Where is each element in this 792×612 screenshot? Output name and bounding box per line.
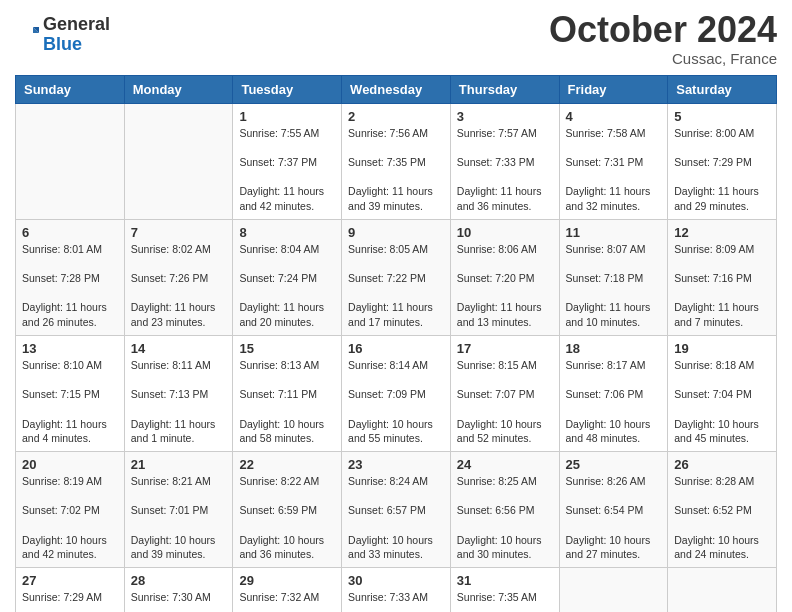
- day-detail: Daylight: 11 hours and 10 minutes.: [566, 301, 651, 328]
- day-content: Sunrise: 8:04 AMSunset: 7:24 PMDaylight:…: [239, 242, 335, 330]
- day-detail: Sunrise: 8:02 AM: [131, 242, 227, 257]
- day-number: 4: [566, 109, 662, 124]
- day-detail: Daylight: 11 hours and 4 minutes.: [22, 418, 107, 445]
- day-detail: Sunrise: 8:17 AM: [566, 358, 662, 373]
- day-content: Sunrise: 8:21 AMSunset: 7:01 PMDaylight:…: [131, 474, 227, 562]
- day-header-wednesday: Wednesday: [342, 75, 451, 103]
- day-number: 20: [22, 457, 118, 472]
- day-detail: Sunrise: 8:21 AM: [131, 474, 227, 489]
- day-number: 2: [348, 109, 444, 124]
- day-content: Sunrise: 8:09 AMSunset: 7:16 PMDaylight:…: [674, 242, 770, 330]
- calendar-cell: 1Sunrise: 7:55 AMSunset: 7:37 PMDaylight…: [233, 103, 342, 219]
- day-detail: Sunrise: 8:11 AM: [131, 358, 227, 373]
- day-detail: Sunset: 7:02 PM: [22, 503, 118, 518]
- day-detail: Sunrise: 7:55 AM: [239, 126, 335, 141]
- calendar-cell: [124, 103, 233, 219]
- day-content: Sunrise: 8:01 AMSunset: 7:28 PMDaylight:…: [22, 242, 118, 330]
- day-detail: Sunset: 7:33 PM: [457, 155, 553, 170]
- location: Cussac, France: [549, 50, 777, 67]
- day-number: 19: [674, 341, 770, 356]
- day-detail: Sunset: 7:01 PM: [131, 503, 227, 518]
- day-content: Sunrise: 7:29 AMSunset: 5:51 PMDaylight:…: [22, 590, 118, 612]
- day-detail: Sunset: 7:35 PM: [348, 155, 444, 170]
- logo-line2: Blue: [43, 35, 110, 55]
- day-detail: Sunset: 7:22 PM: [348, 271, 444, 286]
- day-content: Sunrise: 8:13 AMSunset: 7:11 PMDaylight:…: [239, 358, 335, 446]
- day-detail: Daylight: 10 hours and 30 minutes.: [457, 534, 542, 561]
- day-detail: Daylight: 10 hours and 27 minutes.: [566, 534, 651, 561]
- day-detail: Sunrise: 8:22 AM: [239, 474, 335, 489]
- day-detail: Sunset: 7:20 PM: [457, 271, 553, 286]
- logo-line1: General: [43, 15, 110, 35]
- day-detail: Sunrise: 7:33 AM: [348, 590, 444, 605]
- calendar-cell: 6Sunrise: 8:01 AMSunset: 7:28 PMDaylight…: [16, 219, 125, 335]
- day-number: 22: [239, 457, 335, 472]
- day-content: Sunrise: 7:58 AMSunset: 7:31 PMDaylight:…: [566, 126, 662, 214]
- day-number: 30: [348, 573, 444, 588]
- logo: General Blue: [15, 15, 110, 55]
- day-number: 12: [674, 225, 770, 240]
- day-detail: Daylight: 11 hours and 7 minutes.: [674, 301, 759, 328]
- day-detail: Sunrise: 7:56 AM: [348, 126, 444, 141]
- calendar-cell: 26Sunrise: 8:28 AMSunset: 6:52 PMDayligh…: [668, 451, 777, 567]
- day-detail: Daylight: 10 hours and 24 minutes.: [674, 534, 759, 561]
- day-detail: Sunset: 7:24 PM: [239, 271, 335, 286]
- day-detail: Sunrise: 8:13 AM: [239, 358, 335, 373]
- calendar-cell: 15Sunrise: 8:13 AMSunset: 7:11 PMDayligh…: [233, 335, 342, 451]
- day-number: 14: [131, 341, 227, 356]
- day-detail: Sunrise: 8:04 AM: [239, 242, 335, 257]
- day-number: 3: [457, 109, 553, 124]
- day-detail: Sunset: 7:13 PM: [131, 387, 227, 402]
- day-content: Sunrise: 8:14 AMSunset: 7:09 PMDaylight:…: [348, 358, 444, 446]
- calendar-week-4: 20Sunrise: 8:19 AMSunset: 7:02 PMDayligh…: [16, 451, 777, 567]
- day-content: Sunrise: 7:55 AMSunset: 7:37 PMDaylight:…: [239, 126, 335, 214]
- day-number: 1: [239, 109, 335, 124]
- day-header-friday: Friday: [559, 75, 668, 103]
- calendar-cell: 2Sunrise: 7:56 AMSunset: 7:35 PMDaylight…: [342, 103, 451, 219]
- day-content: Sunrise: 8:18 AMSunset: 7:04 PMDaylight:…: [674, 358, 770, 446]
- day-number: 27: [22, 573, 118, 588]
- day-header-sunday: Sunday: [16, 75, 125, 103]
- day-detail: Sunset: 7:31 PM: [566, 155, 662, 170]
- day-content: Sunrise: 8:05 AMSunset: 7:22 PMDaylight:…: [348, 242, 444, 330]
- calendar-cell: 18Sunrise: 8:17 AMSunset: 7:06 PMDayligh…: [559, 335, 668, 451]
- calendar-cell: 29Sunrise: 7:32 AMSunset: 5:48 PMDayligh…: [233, 568, 342, 612]
- day-detail: Daylight: 11 hours and 32 minutes.: [566, 185, 651, 212]
- calendar-cell: [16, 103, 125, 219]
- calendar-cell: 5Sunrise: 8:00 AMSunset: 7:29 PMDaylight…: [668, 103, 777, 219]
- calendar-header-row: SundayMondayTuesdayWednesdayThursdayFrid…: [16, 75, 777, 103]
- day-content: Sunrise: 8:02 AMSunset: 7:26 PMDaylight:…: [131, 242, 227, 330]
- day-detail: Daylight: 11 hours and 13 minutes.: [457, 301, 542, 328]
- day-detail: Sunset: 7:06 PM: [566, 387, 662, 402]
- calendar-cell: 9Sunrise: 8:05 AMSunset: 7:22 PMDaylight…: [342, 219, 451, 335]
- day-detail: Sunrise: 7:35 AM: [457, 590, 553, 605]
- day-detail: Sunset: 6:57 PM: [348, 503, 444, 518]
- day-number: 17: [457, 341, 553, 356]
- day-detail: Sunset: 7:28 PM: [22, 271, 118, 286]
- calendar-cell: 14Sunrise: 8:11 AMSunset: 7:13 PMDayligh…: [124, 335, 233, 451]
- day-header-monday: Monday: [124, 75, 233, 103]
- day-detail: Sunset: 7:26 PM: [131, 271, 227, 286]
- day-detail: Daylight: 11 hours and 23 minutes.: [131, 301, 216, 328]
- day-detail: Sunrise: 8:06 AM: [457, 242, 553, 257]
- title-block: October 2024 Cussac, France: [549, 10, 777, 67]
- calendar-cell: 31Sunrise: 7:35 AMSunset: 5:45 PMDayligh…: [450, 568, 559, 612]
- day-number: 10: [457, 225, 553, 240]
- calendar-cell: 16Sunrise: 8:14 AMSunset: 7:09 PMDayligh…: [342, 335, 451, 451]
- day-content: Sunrise: 7:57 AMSunset: 7:33 PMDaylight:…: [457, 126, 553, 214]
- day-number: 5: [674, 109, 770, 124]
- day-header-thursday: Thursday: [450, 75, 559, 103]
- day-content: Sunrise: 8:07 AMSunset: 7:18 PMDaylight:…: [566, 242, 662, 330]
- calendar-table: SundayMondayTuesdayWednesdayThursdayFrid…: [15, 75, 777, 612]
- day-detail: Sunrise: 7:29 AM: [22, 590, 118, 605]
- calendar-cell: 28Sunrise: 7:30 AMSunset: 5:49 PMDayligh…: [124, 568, 233, 612]
- day-number: 29: [239, 573, 335, 588]
- day-content: Sunrise: 7:33 AMSunset: 5:46 PMDaylight:…: [348, 590, 444, 612]
- day-detail: Daylight: 10 hours and 55 minutes.: [348, 418, 433, 445]
- day-detail: Daylight: 11 hours and 20 minutes.: [239, 301, 324, 328]
- day-number: 16: [348, 341, 444, 356]
- day-detail: Daylight: 11 hours and 17 minutes.: [348, 301, 433, 328]
- calendar-cell: 19Sunrise: 8:18 AMSunset: 7:04 PMDayligh…: [668, 335, 777, 451]
- day-detail: Daylight: 10 hours and 58 minutes.: [239, 418, 324, 445]
- day-detail: Daylight: 11 hours and 1 minute.: [131, 418, 216, 445]
